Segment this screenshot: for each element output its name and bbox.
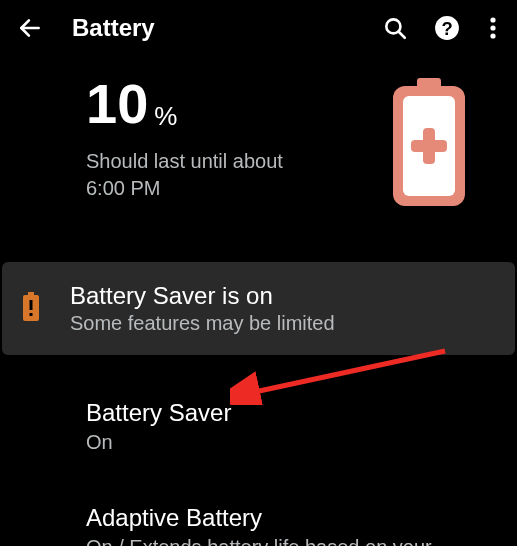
svg-text:?: ? <box>441 18 452 39</box>
page-title: Battery <box>72 14 357 42</box>
svg-point-6 <box>490 25 495 30</box>
svg-rect-15 <box>30 300 33 310</box>
battery-saver-item[interactable]: Battery Saver On <box>0 379 517 456</box>
battery-percent-value: 10 <box>86 76 148 132</box>
svg-line-2 <box>398 31 404 37</box>
battery-warning-icon <box>22 292 40 326</box>
banner-title: Battery Saver is on <box>70 282 335 310</box>
adaptive-battery-item[interactable]: Adaptive Battery On / Extends battery li… <box>0 484 517 546</box>
svg-rect-16 <box>30 313 33 316</box>
svg-rect-12 <box>411 140 447 152</box>
item-subtitle: On / Extends battery life based on your … <box>86 534 486 546</box>
battery-percent-sign: % <box>154 101 177 132</box>
banner-subtitle: Some features may be limited <box>70 312 335 335</box>
svg-point-7 <box>490 33 495 38</box>
top-app-bar: Battery ? <box>0 0 517 56</box>
item-title: Adaptive Battery <box>86 504 497 532</box>
item-subtitle: On <box>86 429 486 456</box>
more-icon[interactable] <box>485 14 501 42</box>
svg-point-5 <box>490 17 495 22</box>
item-title: Battery Saver <box>86 399 497 427</box>
search-icon[interactable] <box>381 14 409 42</box>
back-icon[interactable] <box>16 14 44 42</box>
battery-hero-icon <box>389 78 469 212</box>
battery-estimate: Should last until about 6:00 PM <box>86 148 346 202</box>
battery-saver-banner[interactable]: Battery Saver is on Some features may be… <box>2 262 515 355</box>
battery-estimate-line2: 6:00 PM <box>86 177 160 199</box>
svg-rect-13 <box>28 292 34 295</box>
help-icon[interactable]: ? <box>433 14 461 42</box>
battery-estimate-line1: Should last until about <box>86 150 283 172</box>
